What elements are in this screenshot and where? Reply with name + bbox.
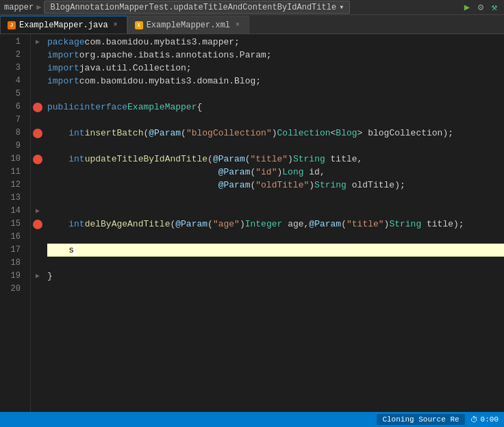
gutter-cell: [31, 127, 45, 140]
settings-icon[interactable]: ⚙: [475, 2, 486, 13]
gutter-cell: ▶: [31, 36, 45, 49]
tab-java[interactable]: J ExampleMapper.java ×: [0, 16, 127, 34]
gutter-cell: [31, 257, 45, 270]
code-line: [47, 205, 504, 218]
line-number: 12: [0, 179, 25, 192]
top-bar-tab[interactable]: BlogAnnotationMapperTest.updateTitleAndC…: [44, 1, 350, 14]
line-number: 11: [0, 166, 25, 179]
fold-arrow[interactable]: ▶: [36, 270, 40, 283]
build-icon[interactable]: ⚒: [489, 2, 500, 13]
line-number: 10: [0, 153, 25, 166]
line-number: 18: [0, 257, 25, 270]
fold-arrow[interactable]: ▶: [36, 205, 40, 218]
status-time: ⏱ 0:00: [470, 415, 499, 424]
line-number: 1: [0, 36, 25, 49]
line-number: 6: [0, 101, 25, 114]
code-area: 1234567891011121314151617181920 ▶▶▶ pack…: [0, 34, 504, 412]
top-bar: mapper ▶ BlogAnnotationMapperTest.update…: [0, 0, 504, 15]
gutter-cell: [31, 192, 45, 205]
code-line: @Param("id") Long id,: [47, 166, 504, 179]
mybatis-icon: [33, 155, 42, 164]
gutter-cell: [31, 166, 45, 179]
run-button[interactable]: ▶: [462, 2, 473, 13]
gutter-cell: [31, 179, 45, 192]
line-number: 14: [0, 205, 25, 218]
gutter: ▶▶▶: [31, 34, 45, 412]
clock-icon: ⏱: [470, 415, 478, 424]
gutter-cell: [31, 153, 45, 166]
time-label: 0:00: [481, 415, 499, 424]
mybatis-icon: [33, 129, 42, 138]
run-icons-group: ▶ ⚙ ⚒: [462, 2, 500, 13]
line-number: 3: [0, 62, 25, 75]
code-line: [47, 283, 504, 296]
gutter-cell: [31, 114, 45, 127]
line-number: 20: [0, 283, 25, 296]
gutter-cell: [31, 75, 45, 88]
line-number: 2: [0, 49, 25, 62]
line-number: 4: [0, 75, 25, 88]
code-line: [47, 140, 504, 153]
gutter-cell: [31, 49, 45, 62]
line-number: 8: [0, 127, 25, 140]
line-number: 17: [0, 244, 25, 257]
gutter-cell: [31, 88, 45, 101]
gutter-cell: [31, 101, 45, 114]
gutter-cell: ▶: [31, 270, 45, 283]
code-content[interactable]: package com.baomidou.mybatis3.mapper;imp…: [45, 34, 504, 412]
gutter-cell: [31, 283, 45, 296]
line-number: 19: [0, 270, 25, 283]
code-line: import org.apache.ibatis.annotations.Par…: [47, 49, 504, 62]
code-line: @Param("oldTitle") String oldTitle);: [47, 179, 504, 192]
line-number: 16: [0, 231, 25, 244]
line-numbers: 1234567891011121314151617181920: [0, 34, 31, 412]
code-line: }: [47, 270, 504, 283]
xml-file-icon: X: [135, 21, 143, 29]
gutter-cell: [31, 62, 45, 75]
code-line: [47, 231, 504, 244]
tab-java-close[interactable]: ×: [112, 21, 120, 29]
code-line: [47, 88, 504, 101]
status-bar: Cloning Source Re ⏱ 0:00: [0, 412, 504, 427]
tab-bar: J ExampleMapper.java × X ExampleMapper.x…: [0, 15, 504, 34]
code-line: s: [47, 244, 504, 257]
line-number: 7: [0, 114, 25, 127]
tab-xml-label: ExampleMapper.xml: [147, 21, 230, 30]
code-line: public interface ExampleMapper {: [47, 101, 504, 114]
mybatis-icon: [33, 103, 42, 112]
line-number: 9: [0, 140, 25, 153]
cloning-label: Cloning Source Re: [382, 415, 459, 424]
code-line: import com.baomidou.mybatis3.domain.Blog…: [47, 75, 504, 88]
mybatis-icon: [33, 220, 42, 229]
gutter-cell: ▶: [31, 205, 45, 218]
gutter-cell: [31, 244, 45, 257]
code-line: import java.util.Collection;: [47, 62, 504, 75]
line-number: 13: [0, 192, 25, 205]
java-file-icon: J: [8, 21, 16, 29]
code-line: [47, 114, 504, 127]
tab-xml[interactable]: X ExampleMapper.xml ×: [127, 16, 249, 34]
code-line: [47, 257, 504, 270]
code-line: int insertBatch(@Param("blogCollection")…: [47, 127, 504, 140]
top-bar-tab-label: BlogAnnotationMapperTest.updateTitleAndC…: [50, 3, 336, 12]
tab-java-label: ExampleMapper.java: [19, 21, 108, 30]
cloning-status: Cloning Source Re: [377, 414, 464, 425]
code-line: int updateTitleByIdAndTitle(@Param("titl…: [47, 153, 504, 166]
gutter-cell: [31, 218, 45, 231]
gutter-cell: [31, 140, 45, 153]
code-line: package com.baomidou.mybatis3.mapper;: [47, 36, 504, 49]
code-line: [47, 192, 504, 205]
gutter-cell: [31, 231, 45, 244]
line-number: 15: [0, 218, 25, 231]
tab-xml-close[interactable]: ×: [234, 21, 242, 29]
fold-arrow[interactable]: ▶: [36, 36, 40, 49]
top-bar-tab-arrow: ▾: [339, 2, 344, 12]
line-number: 5: [0, 88, 25, 101]
top-bar-left: mapper: [4, 3, 34, 12]
code-line: int delByAgeAndTitle(@Param("age") Integ…: [47, 218, 504, 231]
top-bar-sep: ▶: [36, 2, 41, 12]
